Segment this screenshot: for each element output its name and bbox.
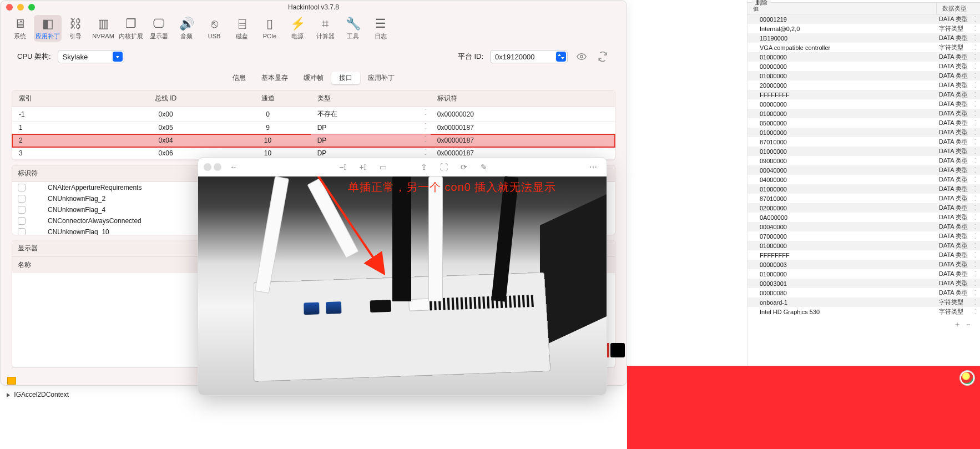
expand-icon[interactable] xyxy=(7,393,10,397)
cell-type[interactable]: DP xyxy=(311,122,431,134)
tab-0[interactable]: 信息 xyxy=(225,72,254,84)
data-type[interactable]: DATA 类型 xyxy=(937,260,980,269)
preview-min-icon[interactable] xyxy=(214,163,221,171)
data-type[interactable]: DATA 类型 xyxy=(937,109,980,118)
toolbar-audio[interactable]: 🔊音频 xyxy=(173,15,200,42)
data-type[interactable]: 字符类型 xyxy=(937,307,980,316)
data-type[interactable]: DATA 类型 xyxy=(937,289,980,297)
table-row[interactable]: -10x000不存在0x00000020 xyxy=(12,107,615,122)
data-row[interactable]: 01000000DATA 类型 xyxy=(747,184,980,194)
table-row[interactable]: 20x0410DP0x00000187 xyxy=(12,134,615,147)
data-type[interactable]: DATA 类型 xyxy=(937,62,980,70)
data-type[interactable]: DATA 类型 xyxy=(937,15,980,23)
data-row[interactable]: 01000000DATA 类型 xyxy=(747,71,980,80)
data-type[interactable]: DATA 类型 xyxy=(937,204,980,212)
data-type[interactable]: DATA 类型 xyxy=(937,138,980,146)
tab-2[interactable]: 缓冲帧 xyxy=(296,72,331,84)
data-row[interactable]: 05000000DATA 类型 xyxy=(747,118,980,128)
data-row[interactable]: 00001219DATA 类型 xyxy=(747,14,980,24)
data-type[interactable]: DATA 类型 xyxy=(937,251,980,259)
flag-checkbox[interactable] xyxy=(18,184,26,191)
data-row[interactable]: 01000000DATA 类型 xyxy=(747,269,980,279)
flag-checkbox[interactable] xyxy=(18,228,26,235)
data-type[interactable]: DATA 类型 xyxy=(937,90,980,99)
close-icon[interactable] xyxy=(6,4,13,11)
rotate-icon[interactable]: ⟳ xyxy=(456,160,472,174)
data-type[interactable]: DATA 类型 xyxy=(937,223,980,231)
data-type[interactable]: DATA 类型 xyxy=(937,185,980,193)
cpu-arch-select[interactable]: Skylake xyxy=(58,50,124,63)
more-icon[interactable]: ⋯ xyxy=(585,160,601,174)
data-row[interactable]: 00003001DATA 类型 xyxy=(747,279,980,288)
data-row[interactable]: 87010000DATA 类型 xyxy=(747,194,980,203)
tab-4[interactable]: 应用补丁 xyxy=(360,72,402,84)
back-icon[interactable]: ← xyxy=(226,160,241,174)
edit-icon[interactable]: ✎ xyxy=(476,160,492,174)
data-type[interactable]: DATA 类型 xyxy=(937,213,980,221)
tab-1[interactable]: 基本显存 xyxy=(254,72,296,84)
data-type[interactable]: 字符类型 xyxy=(937,298,980,306)
data-type[interactable]: DATA 类型 xyxy=(937,128,980,137)
toolbar-boot[interactable]: ⛓引导 xyxy=(62,15,89,42)
data-type[interactable]: DATA 类型 xyxy=(937,157,980,165)
data-type[interactable]: DATA 类型 xyxy=(937,175,980,184)
data-row[interactable]: 07000000DATA 类型 xyxy=(747,231,980,241)
toolbar-logs[interactable]: ☰日志 xyxy=(367,15,395,42)
minimize-icon[interactable] xyxy=(17,4,24,11)
fullscreen-icon[interactable]: ⛶ xyxy=(436,160,452,174)
data-type[interactable]: 字符类型 xyxy=(937,24,980,33)
add-icon[interactable]: ＋ xyxy=(953,320,961,330)
cell-type[interactable]: 不存在 xyxy=(311,107,431,122)
data-row[interactable]: FFFFFFFFDATA 类型 xyxy=(747,90,980,99)
data-type[interactable]: DATA 类型 xyxy=(937,100,980,108)
data-row[interactable]: 00000000DATA 类型 xyxy=(747,62,980,71)
data-type[interactable]: DATA 类型 xyxy=(937,119,980,127)
preview-close-icon[interactable] xyxy=(204,163,211,171)
platform-id-select[interactable]: 0x19120000 xyxy=(490,50,568,63)
toolbar-system[interactable]: 🖥系统 xyxy=(6,15,34,42)
data-type[interactable]: DATA 类型 xyxy=(937,279,980,287)
chrome-icon[interactable] xyxy=(960,371,974,385)
tab-3[interactable]: 接口 xyxy=(331,72,360,84)
table-row[interactable]: 10x059DP0x00000187 xyxy=(12,122,615,134)
toolbar-power[interactable]: ⚡电源 xyxy=(284,15,311,42)
folder-icon[interactable] xyxy=(7,377,16,385)
data-row[interactable]: 01000000DATA 类型 xyxy=(747,109,980,118)
data-row[interactable]: 0A000000DATA 类型 xyxy=(747,213,980,222)
data-type[interactable]: 字符类型 xyxy=(937,43,980,52)
data-row[interactable]: Intel HD Graphics 530字符类型 xyxy=(747,307,980,316)
data-type[interactable]: DATA 类型 xyxy=(937,232,980,240)
flag-checkbox[interactable] xyxy=(18,217,26,225)
data-row[interactable]: 00000000DATA 类型 xyxy=(747,99,980,109)
data-row[interactable]: 87010000DATA 类型 xyxy=(747,137,980,147)
toolbar-nvram[interactable]: ▥NVRAM xyxy=(89,15,117,42)
remove-icon[interactable]: － xyxy=(964,320,972,330)
toolbar-display[interactable]: 🖵显示器 xyxy=(145,15,173,42)
data-type[interactable]: DATA 类型 xyxy=(937,166,980,174)
refresh-icon[interactable] xyxy=(595,49,610,64)
data-type[interactable]: DATA 类型 xyxy=(937,53,980,61)
data-row[interactable]: 09000000DATA 类型 xyxy=(747,156,980,165)
toolbar-disk[interactable]: ⌸磁盘 xyxy=(228,15,256,42)
toolbar-patch[interactable]: ◧应用补丁 xyxy=(34,15,62,42)
data-row[interactable]: 02000000DATA 类型 xyxy=(747,203,980,213)
data-type[interactable]: DATA 类型 xyxy=(937,194,980,203)
data-row[interactable]: 04000000DATA 类型 xyxy=(747,175,980,184)
data-row[interactable]: 20000000DATA 类型 xyxy=(747,80,980,90)
toolbar-tools[interactable]: 🔧工具 xyxy=(339,15,367,42)
data-row[interactable]: FFFFFFFFDATA 类型 xyxy=(747,250,980,260)
data-type[interactable]: DATA 类型 xyxy=(937,241,980,250)
share-icon[interactable]: ⇪ xyxy=(416,160,432,174)
data-row[interactable]: 00000080DATA 类型 xyxy=(747,288,980,297)
eye-icon[interactable] xyxy=(574,49,589,64)
data-type[interactable]: DATA 类型 xyxy=(937,81,980,89)
data-row[interactable]: 1B190000DATA 类型 xyxy=(747,33,980,43)
data-type[interactable]: DATA 类型 xyxy=(937,34,980,42)
cell-type[interactable]: DP xyxy=(311,134,431,147)
tree-item-label[interactable]: IGAccel2DContext xyxy=(14,391,69,398)
fit-icon[interactable]: ▭ xyxy=(375,160,391,174)
data-type[interactable]: DATA 类型 xyxy=(937,270,980,278)
data-row[interactable]: Internal@0,2,0字符类型 xyxy=(747,24,980,33)
data-row[interactable]: 01000000DATA 类型 xyxy=(747,147,980,156)
data-row[interactable]: 01000000DATA 类型 xyxy=(747,52,980,62)
